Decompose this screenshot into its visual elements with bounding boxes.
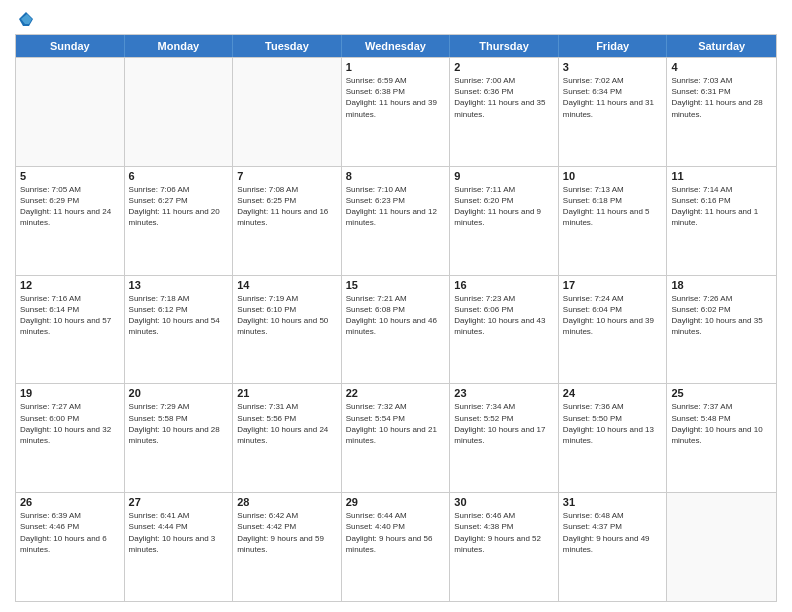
cell-info: Sunrise: 7:18 AMSunset: 6:12 PMDaylight:… [129,293,229,338]
header [15,10,777,28]
day-number: 21 [237,387,337,399]
day-number: 23 [454,387,554,399]
cell-info: Sunrise: 7:26 AMSunset: 6:02 PMDaylight:… [671,293,772,338]
calendar-cell: 5Sunrise: 7:05 AMSunset: 6:29 PMDaylight… [16,167,125,275]
calendar-row: 19Sunrise: 7:27 AMSunset: 6:00 PMDayligh… [16,383,776,492]
cell-info: Sunrise: 7:29 AMSunset: 5:58 PMDaylight:… [129,401,229,446]
calendar-cell: 24Sunrise: 7:36 AMSunset: 5:50 PMDayligh… [559,384,668,492]
calendar-cell: 22Sunrise: 7:32 AMSunset: 5:54 PMDayligh… [342,384,451,492]
day-number: 13 [129,279,229,291]
logo-icon [17,10,35,28]
cell-info: Sunrise: 7:03 AMSunset: 6:31 PMDaylight:… [671,75,772,120]
day-number: 28 [237,496,337,508]
calendar-header-cell: Friday [559,35,668,57]
calendar-body: 1Sunrise: 6:59 AMSunset: 6:38 PMDaylight… [16,57,776,601]
day-number: 10 [563,170,663,182]
day-number: 29 [346,496,446,508]
calendar-header-cell: Tuesday [233,35,342,57]
day-number: 5 [20,170,120,182]
calendar-cell: 27Sunrise: 6:41 AMSunset: 4:44 PMDayligh… [125,493,234,601]
calendar-cell: 12Sunrise: 7:16 AMSunset: 6:14 PMDayligh… [16,276,125,384]
calendar-cell: 19Sunrise: 7:27 AMSunset: 6:00 PMDayligh… [16,384,125,492]
cell-info: Sunrise: 6:41 AMSunset: 4:44 PMDaylight:… [129,510,229,555]
day-number: 16 [454,279,554,291]
calendar-cell: 8Sunrise: 7:10 AMSunset: 6:23 PMDaylight… [342,167,451,275]
cell-info: Sunrise: 7:34 AMSunset: 5:52 PMDaylight:… [454,401,554,446]
page: SundayMondayTuesdayWednesdayThursdayFrid… [0,0,792,612]
cell-info: Sunrise: 7:16 AMSunset: 6:14 PMDaylight:… [20,293,120,338]
cell-info: Sunrise: 7:32 AMSunset: 5:54 PMDaylight:… [346,401,446,446]
day-number: 7 [237,170,337,182]
cell-info: Sunrise: 7:05 AMSunset: 6:29 PMDaylight:… [20,184,120,229]
day-number: 11 [671,170,772,182]
calendar-cell: 4Sunrise: 7:03 AMSunset: 6:31 PMDaylight… [667,58,776,166]
calendar-header-cell: Monday [125,35,234,57]
calendar-cell: 11Sunrise: 7:14 AMSunset: 6:16 PMDayligh… [667,167,776,275]
day-number: 20 [129,387,229,399]
calendar-cell: 7Sunrise: 7:08 AMSunset: 6:25 PMDaylight… [233,167,342,275]
calendar-cell: 14Sunrise: 7:19 AMSunset: 6:10 PMDayligh… [233,276,342,384]
calendar-cell: 3Sunrise: 7:02 AMSunset: 6:34 PMDaylight… [559,58,668,166]
cell-info: Sunrise: 7:10 AMSunset: 6:23 PMDaylight:… [346,184,446,229]
calendar-cell: 9Sunrise: 7:11 AMSunset: 6:20 PMDaylight… [450,167,559,275]
calendar-cell: 30Sunrise: 6:46 AMSunset: 4:38 PMDayligh… [450,493,559,601]
day-number: 26 [20,496,120,508]
cell-info: Sunrise: 7:21 AMSunset: 6:08 PMDaylight:… [346,293,446,338]
calendar-cell [125,58,234,166]
calendar-cell: 15Sunrise: 7:21 AMSunset: 6:08 PMDayligh… [342,276,451,384]
cell-info: Sunrise: 7:37 AMSunset: 5:48 PMDaylight:… [671,401,772,446]
day-number: 18 [671,279,772,291]
calendar-row: 12Sunrise: 7:16 AMSunset: 6:14 PMDayligh… [16,275,776,384]
calendar-cell [667,493,776,601]
cell-info: Sunrise: 7:08 AMSunset: 6:25 PMDaylight:… [237,184,337,229]
calendar-header: SundayMondayTuesdayWednesdayThursdayFrid… [16,35,776,57]
calendar-cell: 28Sunrise: 6:42 AMSunset: 4:42 PMDayligh… [233,493,342,601]
calendar-header-cell: Saturday [667,35,776,57]
day-number: 14 [237,279,337,291]
logo [15,10,35,28]
day-number: 27 [129,496,229,508]
calendar-cell: 21Sunrise: 7:31 AMSunset: 5:56 PMDayligh… [233,384,342,492]
day-number: 9 [454,170,554,182]
cell-info: Sunrise: 6:42 AMSunset: 4:42 PMDaylight:… [237,510,337,555]
calendar-cell: 13Sunrise: 7:18 AMSunset: 6:12 PMDayligh… [125,276,234,384]
calendar-header-cell: Wednesday [342,35,451,57]
calendar-cell: 2Sunrise: 7:00 AMSunset: 6:36 PMDaylight… [450,58,559,166]
calendar-row: 5Sunrise: 7:05 AMSunset: 6:29 PMDaylight… [16,166,776,275]
day-number: 19 [20,387,120,399]
calendar-cell: 23Sunrise: 7:34 AMSunset: 5:52 PMDayligh… [450,384,559,492]
calendar-cell: 26Sunrise: 6:39 AMSunset: 4:46 PMDayligh… [16,493,125,601]
day-number: 8 [346,170,446,182]
cell-info: Sunrise: 6:59 AMSunset: 6:38 PMDaylight:… [346,75,446,120]
calendar-cell: 17Sunrise: 7:24 AMSunset: 6:04 PMDayligh… [559,276,668,384]
day-number: 3 [563,61,663,73]
calendar: SundayMondayTuesdayWednesdayThursdayFrid… [15,34,777,602]
calendar-row: 26Sunrise: 6:39 AMSunset: 4:46 PMDayligh… [16,492,776,601]
day-number: 12 [20,279,120,291]
calendar-row: 1Sunrise: 6:59 AMSunset: 6:38 PMDaylight… [16,57,776,166]
cell-info: Sunrise: 7:27 AMSunset: 6:00 PMDaylight:… [20,401,120,446]
day-number: 30 [454,496,554,508]
day-number: 22 [346,387,446,399]
calendar-cell: 31Sunrise: 6:48 AMSunset: 4:37 PMDayligh… [559,493,668,601]
day-number: 31 [563,496,663,508]
day-number: 2 [454,61,554,73]
cell-info: Sunrise: 7:36 AMSunset: 5:50 PMDaylight:… [563,401,663,446]
day-number: 15 [346,279,446,291]
day-number: 24 [563,387,663,399]
cell-info: Sunrise: 7:31 AMSunset: 5:56 PMDaylight:… [237,401,337,446]
cell-info: Sunrise: 7:24 AMSunset: 6:04 PMDaylight:… [563,293,663,338]
calendar-header-cell: Thursday [450,35,559,57]
day-number: 6 [129,170,229,182]
day-number: 1 [346,61,446,73]
cell-info: Sunrise: 7:06 AMSunset: 6:27 PMDaylight:… [129,184,229,229]
cell-info: Sunrise: 7:11 AMSunset: 6:20 PMDaylight:… [454,184,554,229]
calendar-header-cell: Sunday [16,35,125,57]
calendar-cell: 1Sunrise: 6:59 AMSunset: 6:38 PMDaylight… [342,58,451,166]
cell-info: Sunrise: 6:46 AMSunset: 4:38 PMDaylight:… [454,510,554,555]
calendar-cell: 29Sunrise: 6:44 AMSunset: 4:40 PMDayligh… [342,493,451,601]
cell-info: Sunrise: 7:02 AMSunset: 6:34 PMDaylight:… [563,75,663,120]
calendar-cell: 20Sunrise: 7:29 AMSunset: 5:58 PMDayligh… [125,384,234,492]
calendar-cell: 18Sunrise: 7:26 AMSunset: 6:02 PMDayligh… [667,276,776,384]
day-number: 17 [563,279,663,291]
